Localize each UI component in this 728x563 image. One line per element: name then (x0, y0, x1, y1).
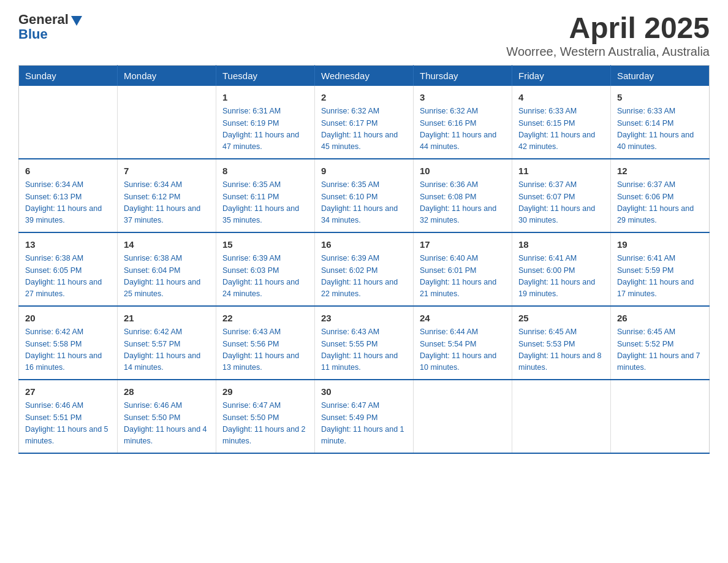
header-saturday: Saturday (611, 65, 710, 86)
header-wednesday: Wednesday (315, 65, 414, 86)
day-cell: 26Sunrise: 6:45 AMSunset: 5:52 PMDayligh… (611, 306, 710, 380)
day-cell: 25Sunrise: 6:45 AMSunset: 5:53 PMDayligh… (512, 306, 611, 380)
day-cell: 13Sunrise: 6:38 AMSunset: 6:05 PMDayligh… (19, 232, 118, 306)
day-info: Sunrise: 6:47 AMSunset: 5:50 PMDaylight:… (222, 400, 308, 448)
day-info: Sunrise: 6:35 AMSunset: 6:10 PMDaylight:… (321, 179, 407, 227)
day-info: Sunrise: 6:37 AMSunset: 6:06 PMDaylight:… (617, 179, 703, 227)
day-cell: 7Sunrise: 6:34 AMSunset: 6:12 PMDaylight… (118, 159, 216, 232)
day-number: 29 (222, 385, 308, 399)
day-info: Sunrise: 6:46 AMSunset: 5:50 PMDaylight:… (124, 400, 210, 448)
day-cell: 5Sunrise: 6:33 AMSunset: 6:14 PMDaylight… (611, 86, 710, 159)
day-info: Sunrise: 6:32 AMSunset: 6:17 PMDaylight:… (321, 105, 407, 153)
day-number: 5 (617, 91, 703, 105)
day-cell: 11Sunrise: 6:37 AMSunset: 6:07 PMDayligh… (512, 159, 611, 232)
day-number: 3 (420, 91, 506, 105)
day-info: Sunrise: 6:46 AMSunset: 5:51 PMDaylight:… (25, 400, 111, 448)
day-number: 16 (321, 238, 407, 252)
day-number: 6 (25, 164, 111, 178)
day-info: Sunrise: 6:39 AMSunset: 6:02 PMDaylight:… (321, 253, 407, 301)
day-cell: 29Sunrise: 6:47 AMSunset: 5:50 PMDayligh… (216, 380, 315, 453)
day-number: 14 (124, 238, 210, 252)
week-row-5: 27Sunrise: 6:46 AMSunset: 5:51 PMDayligh… (19, 380, 710, 453)
day-cell: 6Sunrise: 6:34 AMSunset: 6:13 PMDaylight… (19, 159, 118, 232)
week-row-2: 6Sunrise: 6:34 AMSunset: 6:13 PMDaylight… (19, 159, 710, 232)
day-number: 20 (25, 312, 111, 326)
day-number: 9 (321, 164, 407, 178)
day-info: Sunrise: 6:34 AMSunset: 6:13 PMDaylight:… (25, 179, 111, 227)
day-info: Sunrise: 6:38 AMSunset: 6:05 PMDaylight:… (25, 253, 111, 301)
day-number: 1 (222, 91, 308, 105)
day-number: 27 (25, 385, 111, 399)
day-cell: 23Sunrise: 6:43 AMSunset: 5:55 PMDayligh… (315, 306, 414, 380)
title-block: April 2025 Woorree, Western Australia, A… (506, 12, 710, 59)
day-number: 18 (518, 238, 604, 252)
day-cell (512, 380, 611, 453)
header-row: SundayMondayTuesdayWednesdayThursdayFrid… (19, 65, 710, 86)
day-info: Sunrise: 6:45 AMSunset: 5:52 PMDaylight:… (617, 326, 703, 374)
week-row-3: 13Sunrise: 6:38 AMSunset: 6:05 PMDayligh… (19, 232, 710, 306)
day-number: 13 (25, 238, 111, 252)
day-cell: 20Sunrise: 6:42 AMSunset: 5:58 PMDayligh… (19, 306, 118, 380)
day-info: Sunrise: 6:39 AMSunset: 6:03 PMDaylight:… (222, 253, 308, 301)
page-title: April 2025 (506, 12, 710, 45)
day-number: 17 (420, 238, 506, 252)
logo-general-text: General (18, 12, 69, 27)
day-cell (118, 86, 216, 159)
day-info: Sunrise: 6:43 AMSunset: 5:56 PMDaylight:… (222, 326, 308, 374)
day-cell: 2Sunrise: 6:32 AMSunset: 6:17 PMDaylight… (315, 86, 414, 159)
day-cell: 18Sunrise: 6:41 AMSunset: 6:00 PMDayligh… (512, 232, 611, 306)
day-number: 22 (222, 312, 308, 326)
day-cell: 28Sunrise: 6:46 AMSunset: 5:50 PMDayligh… (118, 380, 216, 453)
day-info: Sunrise: 6:33 AMSunset: 6:15 PMDaylight:… (518, 105, 604, 153)
day-cell: 27Sunrise: 6:46 AMSunset: 5:51 PMDayligh… (19, 380, 118, 453)
day-info: Sunrise: 6:34 AMSunset: 6:12 PMDaylight:… (124, 179, 210, 227)
day-cell: 4Sunrise: 6:33 AMSunset: 6:15 PMDaylight… (512, 86, 611, 159)
header-monday: Monday (118, 65, 216, 86)
day-info: Sunrise: 6:36 AMSunset: 6:08 PMDaylight:… (420, 179, 506, 227)
day-info: Sunrise: 6:45 AMSunset: 5:53 PMDaylight:… (518, 326, 604, 374)
day-info: Sunrise: 6:38 AMSunset: 6:04 PMDaylight:… (124, 253, 210, 301)
logo-blue-text: Blue (18, 27, 83, 42)
day-info: Sunrise: 6:44 AMSunset: 5:54 PMDaylight:… (420, 326, 506, 374)
day-number: 30 (321, 385, 407, 399)
day-cell: 16Sunrise: 6:39 AMSunset: 6:02 PMDayligh… (315, 232, 414, 306)
day-info: Sunrise: 6:47 AMSunset: 5:49 PMDaylight:… (321, 400, 407, 448)
day-number: 23 (321, 312, 407, 326)
day-info: Sunrise: 6:42 AMSunset: 5:58 PMDaylight:… (25, 326, 111, 374)
header-sunday: Sunday (19, 65, 118, 86)
day-info: Sunrise: 6:41 AMSunset: 6:00 PMDaylight:… (518, 253, 604, 301)
calendar-body: 1Sunrise: 6:31 AMSunset: 6:19 PMDaylight… (19, 86, 710, 453)
day-cell: 17Sunrise: 6:40 AMSunset: 6:01 PMDayligh… (414, 232, 512, 306)
day-cell: 14Sunrise: 6:38 AMSunset: 6:04 PMDayligh… (118, 232, 216, 306)
day-cell (414, 380, 512, 453)
day-cell: 3Sunrise: 6:32 AMSunset: 6:16 PMDaylight… (414, 86, 512, 159)
day-cell: 22Sunrise: 6:43 AMSunset: 5:56 PMDayligh… (216, 306, 315, 380)
day-number: 7 (124, 164, 210, 178)
day-cell: 9Sunrise: 6:35 AMSunset: 6:10 PMDaylight… (315, 159, 414, 232)
header-friday: Friday (512, 65, 611, 86)
day-number: 2 (321, 91, 407, 105)
day-number: 10 (420, 164, 506, 178)
day-cell: 15Sunrise: 6:39 AMSunset: 6:03 PMDayligh… (216, 232, 315, 306)
page-subtitle: Woorree, Western Australia, Australia (506, 45, 710, 59)
day-cell: 19Sunrise: 6:41 AMSunset: 5:59 PMDayligh… (611, 232, 710, 306)
week-row-1: 1Sunrise: 6:31 AMSunset: 6:19 PMDaylight… (19, 86, 710, 159)
day-number: 24 (420, 312, 506, 326)
day-number: 28 (124, 385, 210, 399)
day-info: Sunrise: 6:40 AMSunset: 6:01 PMDaylight:… (420, 253, 506, 301)
day-info: Sunrise: 6:43 AMSunset: 5:55 PMDaylight:… (321, 326, 407, 374)
day-info: Sunrise: 6:31 AMSunset: 6:19 PMDaylight:… (222, 105, 308, 153)
day-number: 26 (617, 312, 703, 326)
day-number: 4 (518, 91, 604, 105)
day-number: 19 (617, 238, 703, 252)
day-info: Sunrise: 6:37 AMSunset: 6:07 PMDaylight:… (518, 179, 604, 227)
day-number: 12 (617, 164, 703, 178)
day-cell (19, 86, 118, 159)
day-cell: 21Sunrise: 6:42 AMSunset: 5:57 PMDayligh… (118, 306, 216, 380)
day-cell: 24Sunrise: 6:44 AMSunset: 5:54 PMDayligh… (414, 306, 512, 380)
header-thursday: Thursday (414, 65, 512, 86)
day-info: Sunrise: 6:41 AMSunset: 5:59 PMDaylight:… (617, 253, 703, 301)
day-info: Sunrise: 6:33 AMSunset: 6:14 PMDaylight:… (617, 105, 703, 153)
day-number: 25 (518, 312, 604, 326)
week-row-4: 20Sunrise: 6:42 AMSunset: 5:58 PMDayligh… (19, 306, 710, 380)
